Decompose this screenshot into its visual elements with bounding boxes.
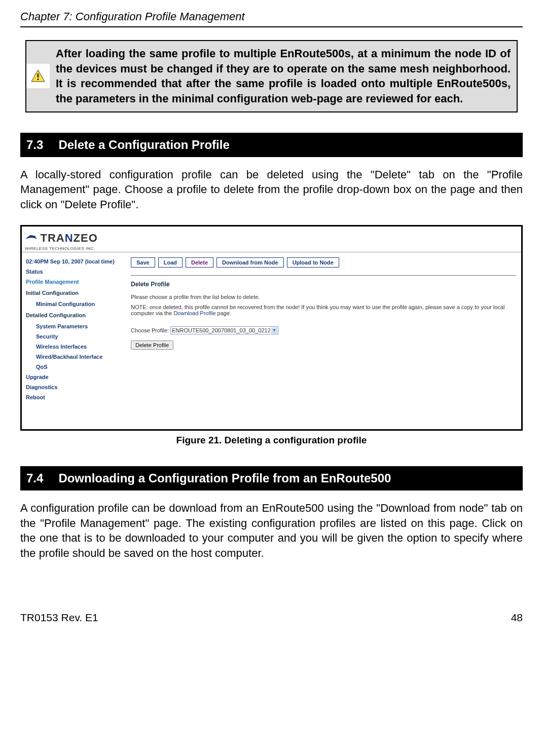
- section-title: Downloading a Configuration Profile from…: [58, 471, 391, 485]
- chapter-header: Chapter 7: Configuration Profile Managem…: [20, 10, 523, 27]
- sidebar-qos[interactable]: QoS: [25, 362, 123, 372]
- sidebar-wireless[interactable]: Wireless Interfaces: [25, 342, 123, 352]
- svg-rect-1: [38, 73, 39, 78]
- sidebar-profile-management[interactable]: Profile Management: [25, 277, 123, 287]
- profile-select[interactable]: ENROUTE500_20070801_03_00_0212 ▾: [170, 326, 278, 334]
- sidebar-reboot[interactable]: Reboot: [25, 392, 123, 402]
- section-header-74: 7.4 Downloading a Configuration Profile …: [20, 466, 523, 490]
- tab-upload[interactable]: Upload to Node: [287, 257, 339, 268]
- tab-download[interactable]: Download from Node: [216, 257, 284, 268]
- figure-caption: Figure 21. Deleting a configuration prof…: [20, 435, 523, 446]
- sidebar-wired[interactable]: Wired/Backhaul Interface: [25, 352, 123, 362]
- tab-delete[interactable]: Delete: [186, 257, 213, 268]
- logo-row: TRANZEO WIRELESS TECHNOLOGIES INC.: [22, 226, 521, 252]
- screenshot-figure: TRANZEO WIRELESS TECHNOLOGIES INC. 02:40…: [20, 225, 523, 431]
- sidebar-initial-config: Initial Configuration: [25, 287, 123, 299]
- sidebar-system-params[interactable]: System Parameters: [25, 321, 123, 331]
- sidebar-diagnostics[interactable]: Diagnostics: [25, 382, 123, 392]
- section-number: 7.3: [26, 138, 43, 152]
- warning-callout: After loading the same profile to multip…: [25, 40, 518, 112]
- tab-save[interactable]: Save: [131, 257, 155, 268]
- sidebar-security[interactable]: Security: [25, 331, 123, 342]
- section-number: 7.4: [26, 471, 43, 485]
- choose-profile-row: Choose Profile: ENROUTE500_20070801_03_0…: [131, 326, 516, 334]
- pane-text-2: NOTE: once deleted, this profile cannot …: [131, 304, 516, 316]
- sidebar-detailed-config: Detailed Configuration: [25, 309, 123, 321]
- choose-profile-label: Choose Profile:: [131, 327, 169, 333]
- sidebar-time: 02:40PM Sep 10, 2007 (local time): [25, 256, 123, 267]
- chevron-down-icon: ▾: [271, 327, 277, 333]
- logo-subtitle: WIRELESS TECHNOLOGIES INC.: [25, 246, 518, 251]
- sidebar-upgrade[interactable]: Upgrade: [25, 372, 123, 382]
- tab-load[interactable]: Load: [158, 257, 183, 268]
- svg-point-3: [33, 236, 35, 238]
- body-text-74: A configuration profile can be download …: [20, 501, 523, 561]
- sidebar-minimal-config[interactable]: Minimal Configuration: [25, 299, 123, 309]
- main-pane: Save Load Delete Download from Node Uplo…: [126, 252, 521, 429]
- logo-text: TRANZEO: [40, 232, 97, 244]
- tabs: Save Load Delete Download from Node Uplo…: [131, 257, 516, 268]
- pane-title: Delete Profile: [131, 281, 516, 288]
- body-text-73: A locally-stored configuration profile c…: [20, 167, 523, 212]
- warning-icon: [26, 64, 50, 88]
- sidebar-status[interactable]: Status: [25, 267, 123, 277]
- svg-rect-2: [38, 79, 39, 80]
- warning-text: After loading the same profile to multip…: [50, 41, 517, 111]
- delete-profile-button[interactable]: Delete Profile: [131, 341, 173, 350]
- page-footer: TR0153 Rev. E1 48: [20, 612, 523, 624]
- section-header-73: 7.3 Delete a Configuration Profile: [20, 133, 523, 157]
- pane-text-1: Please choose a profile from the list be…: [131, 294, 516, 300]
- footer-right: 48: [511, 612, 523, 624]
- footer-left: TR0153 Rev. E1: [20, 612, 98, 624]
- section-title: Delete a Configuration Profile: [58, 138, 229, 152]
- sidebar: 02:40PM Sep 10, 2007 (local time) Status…: [22, 252, 126, 429]
- download-profile-link[interactable]: Download Profile: [173, 310, 215, 316]
